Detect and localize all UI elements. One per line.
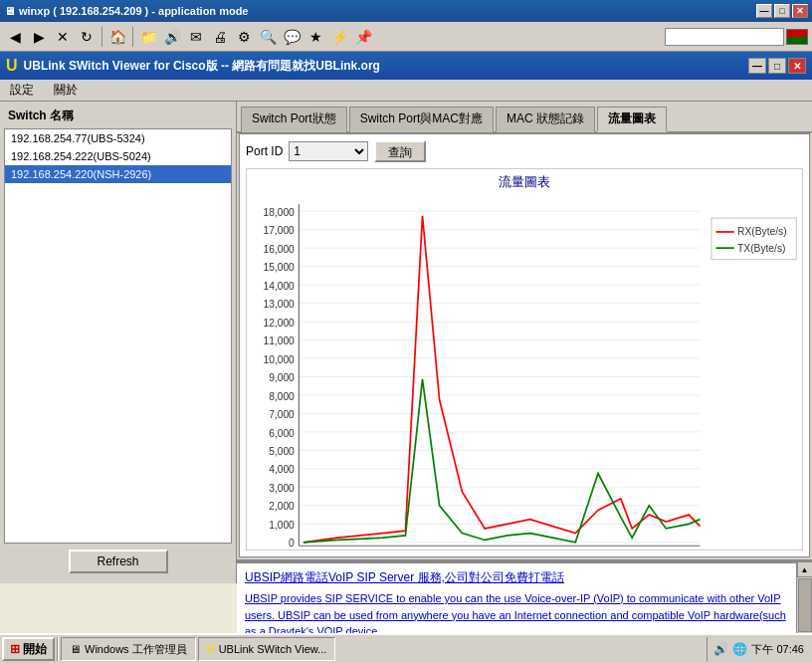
tab-mac-status[interactable]: MAC 狀態記錄 xyxy=(496,107,595,132)
taskbar-ublink-icon: U xyxy=(207,643,215,655)
svg-text:2,000: 2,000 xyxy=(269,501,295,512)
svg-text:10,000: 10,000 xyxy=(264,354,296,365)
ad-link[interactable]: UBSIP網路電話VoIP SIP Server 服務,公司對公司免費打電話 xyxy=(245,569,788,586)
tab-content: Port ID 1 2 3 查詢 流量圖表 18,000 17,000 16,0… xyxy=(239,133,810,557)
switch-item-1[interactable]: 192.168.254.222(UBS-5024) xyxy=(5,147,231,165)
media-icon[interactable]: 🔊 xyxy=(161,26,183,48)
app-titlebar: U UBLink SWitch Viewer for Cisco版 -- 網路有… xyxy=(0,52,812,80)
systray: 🔊 🌐 下午 07:46 xyxy=(707,637,810,661)
svg-text:6,000: 6,000 xyxy=(269,427,295,438)
traffic-chart: 18,000 17,000 16,000 15,000 14,000 13,00… xyxy=(247,195,802,552)
svg-text:16,000: 16,000 xyxy=(264,244,296,255)
svg-text:7,000: 7,000 xyxy=(269,409,295,420)
svg-text:8,000: 8,000 xyxy=(269,391,295,402)
extra2-icon[interactable]: ⚡ xyxy=(328,26,350,48)
menu-bar: 設定 關於 xyxy=(0,80,812,102)
switch-item-2[interactable]: 192.168.254.220(NSH-2926) xyxy=(5,165,231,183)
query-button[interactable]: 查詢 xyxy=(374,140,426,162)
switch-list: 192.168.254.77(UBS-5324) 192.168.254.222… xyxy=(4,128,232,544)
research-icon[interactable]: 🔍 xyxy=(257,26,279,48)
app-close-button[interactable]: ✕ xyxy=(788,58,806,74)
svg-text:15,000: 15,000 xyxy=(264,262,296,273)
content-panel: Switch Port狀態 Switch Port與MAC對應 MAC 狀態記錄… xyxy=(237,102,812,583)
svg-text:17,000: 17,000 xyxy=(264,225,296,236)
window-title: winxp ( 192.168.254.209 ) - application … xyxy=(19,5,248,17)
toolbar: ◀ ▶ ✕ ↻ 🏠 📁 🔊 ✉ 🖨 ⚙ 🔍 💬 ★ ⚡ 📌 xyxy=(0,22,812,52)
print-icon[interactable]: 🖨 xyxy=(209,26,231,48)
svg-text:13,000: 13,000 xyxy=(264,299,296,310)
tab-switch-port-status[interactable]: Switch Port狀態 xyxy=(241,107,347,132)
svg-text:1,000: 1,000 xyxy=(269,520,295,531)
chart-title: 流量圖表 xyxy=(247,169,802,195)
menu-settings[interactable]: 設定 xyxy=(4,80,40,101)
extra-icon[interactable]: ★ xyxy=(304,26,326,48)
window-close-button[interactable]: ✕ xyxy=(792,4,808,18)
tabs: Switch Port狀態 Switch Port與MAC對應 MAC 狀態記錄… xyxy=(237,102,812,133)
svg-text:3,000: 3,000 xyxy=(269,483,295,494)
svg-text:14,000: 14,000 xyxy=(264,281,296,292)
refresh-icon[interactable]: ↻ xyxy=(76,26,98,48)
app-logo: U xyxy=(6,57,18,75)
flag-icon xyxy=(786,29,808,45)
window-minimize-button[interactable]: — xyxy=(756,4,772,18)
app-title: UBLink SWitch Viewer for Cisco版 -- 網路有問題… xyxy=(24,58,380,75)
tab-traffic-chart[interactable]: 流量圖表 xyxy=(597,107,667,132)
refresh-button[interactable]: Refresh xyxy=(69,550,168,573)
extra3-icon[interactable]: 📌 xyxy=(352,26,374,48)
speaker-icon: 🔊 xyxy=(713,642,728,656)
window-icon: 🖥 xyxy=(4,5,15,17)
window-titlebar: 🖥 winxp ( 192.168.254.209 ) - applicatio… xyxy=(0,0,812,22)
scrollbar-up[interactable]: ▲ xyxy=(797,561,813,577)
toolbar-separator2 xyxy=(132,27,133,47)
svg-text:11,000: 11,000 xyxy=(264,335,296,346)
taskbar: ⊞ 開始 🖥 Windows 工作管理員 U UBLink SWitch Vie… xyxy=(0,633,812,663)
svg-text:RX(Byte/s): RX(Byte/s) xyxy=(737,226,787,237)
taskbar-item-ublink[interactable]: U UBLink SWitch View... xyxy=(198,637,336,661)
svg-text:0: 0 xyxy=(289,538,295,549)
start-label: 開始 xyxy=(23,641,47,658)
stop-icon[interactable]: ✕ xyxy=(52,26,74,48)
back-icon[interactable]: ◀ xyxy=(4,26,26,48)
main-layout: Switch 名稱 192.168.254.77(UBS-5324) 192.1… xyxy=(0,102,812,583)
folder-icon[interactable]: 📁 xyxy=(137,26,159,48)
port-id-select[interactable]: 1 2 3 xyxy=(289,141,368,161)
start-button[interactable]: ⊞ 開始 xyxy=(2,637,55,661)
network-icon: 🌐 xyxy=(732,642,747,656)
sidebar: Switch 名稱 192.168.254.77(UBS-5324) 192.1… xyxy=(0,102,237,583)
port-id-label: Port ID xyxy=(246,144,283,158)
port-row: Port ID 1 2 3 查詢 xyxy=(246,140,803,162)
svg-text:4,000: 4,000 xyxy=(269,464,295,475)
tab-switch-port-mac[interactable]: Switch Port與MAC對應 xyxy=(349,107,494,132)
svg-text:9,000: 9,000 xyxy=(269,372,295,383)
settings-icon[interactable]: ⚙ xyxy=(233,26,255,48)
mail-icon[interactable]: ✉ xyxy=(185,26,207,48)
svg-text:18,000: 18,000 xyxy=(264,207,296,218)
menu-about[interactable]: 關於 xyxy=(48,80,84,101)
taskbar-item-icon: 🖥 xyxy=(70,643,81,655)
toolbar-separator xyxy=(102,27,102,47)
sidebar-label: Switch 名稱 xyxy=(4,106,232,126)
scrollbar-thumb[interactable] xyxy=(798,578,812,632)
search-input[interactable] xyxy=(665,28,784,46)
taskbar-item-task-manager[interactable]: 🖥 Windows 工作管理員 xyxy=(61,637,196,661)
window-maximize-button[interactable]: □ xyxy=(774,4,790,18)
svg-text:5,000: 5,000 xyxy=(269,446,295,457)
app-maximize-button[interactable]: □ xyxy=(768,58,786,74)
windows-logo: ⊞ xyxy=(10,642,20,656)
chart-container: 流量圖表 18,000 17,000 16,000 15,000 14,000 … xyxy=(246,168,803,551)
messenger-icon[interactable]: 💬 xyxy=(281,26,303,48)
svg-text:TX(Byte/s): TX(Byte/s) xyxy=(737,243,785,254)
taskbar-separator xyxy=(57,637,59,661)
systray-time: 下午 07:46 xyxy=(751,642,804,657)
app-minimize-button[interactable]: — xyxy=(748,58,766,74)
forward-icon[interactable]: ▶ xyxy=(28,26,50,48)
switch-item-0[interactable]: 192.168.254.77(UBS-5324) xyxy=(5,129,231,147)
svg-text:12,000: 12,000 xyxy=(264,318,296,329)
home-icon[interactable]: 🏠 xyxy=(106,26,128,48)
